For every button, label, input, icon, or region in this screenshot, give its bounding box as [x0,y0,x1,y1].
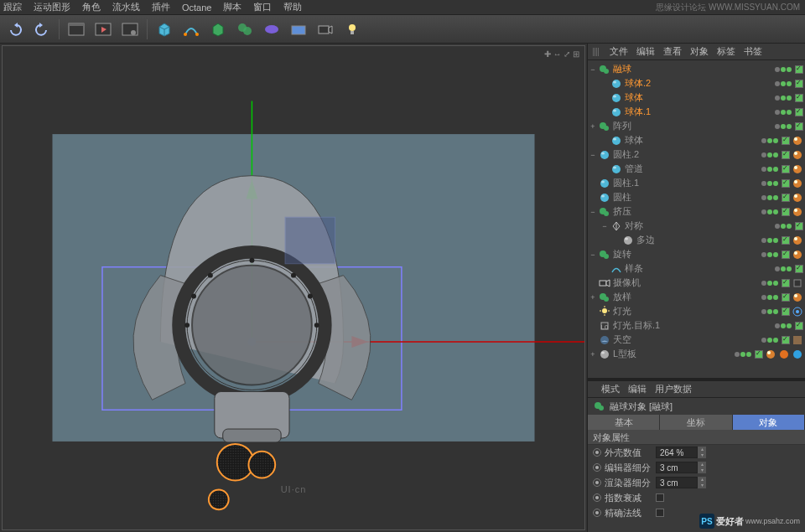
tree-row[interactable]: 灯光 [588,304,805,318]
expand-toggle[interactable]: − [588,251,598,259]
subtab-basic[interactable]: 基本 [588,415,660,430]
spline-pen-button[interactable] [179,18,203,41]
layer-dot[interactable] [775,110,780,115]
visibility-dot-render[interactable] [773,295,778,300]
cube-primitive-button[interactable] [153,18,176,41]
attr-menu-userdata[interactable]: 用户数据 [655,383,692,395]
tree-item-label[interactable]: 球体 [623,134,761,147]
layer-dot[interactable] [775,81,780,86]
visibility-dot-render[interactable] [773,181,778,186]
layer-dot[interactable] [761,181,766,186]
expand-toggle[interactable]: − [588,208,598,216]
visibility-dot-render[interactable] [773,138,778,143]
layer-dot[interactable] [761,252,766,257]
tree-item-label[interactable]: 圆柱.1 [611,177,761,189]
layer-dot[interactable] [761,209,766,214]
menu-item[interactable]: 角色 [82,1,101,13]
tag-phong-icon[interactable] [792,163,803,175]
menu-item[interactable]: 帮助 [283,1,302,13]
tree-item-label[interactable]: 圆柱 [611,191,761,204]
subtab-coord[interactable]: 坐标 [660,415,732,430]
render-frame-button[interactable] [65,18,88,41]
enable-checkbox[interactable] [782,151,790,159]
enable-checkbox[interactable] [782,137,790,145]
enable-checkbox[interactable] [782,307,790,316]
tree-row[interactable]: 球体.1 [588,105,805,119]
tag-phong-icon[interactable] [792,135,803,147]
tree-item-label[interactable]: 放样 [611,291,761,303]
render-region-button[interactable] [91,18,115,41]
visibility-dot-editor[interactable] [781,67,786,72]
visibility-dot-editor[interactable] [781,110,786,115]
expand-toggle[interactable]: + [588,122,598,131]
tree-item-label[interactable]: 球体.1 [623,106,775,118]
layer-dot[interactable] [775,266,780,271]
expand-toggle[interactable]: − [600,222,610,230]
tree-item-label[interactable]: 圆柱.2 [611,148,761,161]
layer-dot[interactable] [761,238,766,243]
light-button[interactable] [340,18,364,41]
om-menu-tags[interactable]: 标签 [717,45,735,58]
tree-row[interactable]: 摄像机 [588,276,805,290]
visibility-dot-editor[interactable] [781,323,786,328]
om-menu-object[interactable]: 对象 [690,45,709,58]
layer-dot[interactable] [775,67,780,72]
layer-dot[interactable] [761,309,766,314]
anim-dot-icon[interactable] [593,478,601,487]
tree-row[interactable]: 圆柱 [588,190,805,204]
visibility-dot-render[interactable] [787,96,792,101]
enable-checkbox[interactable] [755,350,763,359]
object-tree[interactable]: −融球球体.2球体球体.1+阵列球体−圆柱.2管道圆柱.1圆柱−挤压−对称多边−… [588,60,805,378]
render-settings-button[interactable] [118,18,142,41]
menu-item[interactable]: 脚本 [223,1,242,13]
enable-checkbox[interactable] [795,94,803,102]
tree-row[interactable]: −圆柱.2 [588,147,805,162]
om-menu-file[interactable]: 文件 [610,45,628,58]
anim-dot-icon[interactable] [593,463,601,472]
tree-item-label[interactable]: L型板 [611,348,735,360]
om-menu-edit[interactable]: 编辑 [636,45,655,58]
enable-checkbox[interactable] [782,251,790,259]
tree-row[interactable]: −旋转 [588,247,805,261]
anim-dot-icon[interactable] [593,448,601,457]
environment-button[interactable] [287,18,310,41]
enable-checkbox[interactable] [795,108,803,116]
undo-button[interactable] [3,18,27,41]
layer-dot[interactable] [735,352,740,357]
tree-item-label[interactable]: 灯光 [611,305,761,318]
enable-checkbox[interactable] [795,65,803,74]
tree-item-label[interactable]: 球体 [623,91,775,104]
camera-button[interactable] [314,18,337,41]
tree-item-label[interactable]: 球体.2 [623,77,775,90]
tag-orange-icon[interactable] [778,349,790,360]
visibility-dot-editor[interactable] [740,352,745,357]
tag-blue-icon[interactable] [792,349,803,360]
visibility-dot-render[interactable] [773,195,778,200]
field-button[interactable] [260,18,283,41]
enable-checkbox[interactable] [782,236,790,245]
tag-camtag-icon[interactable] [792,277,803,289]
tag-phong-icon[interactable] [765,349,776,360]
attr-menu-edit[interactable]: 编辑 [628,383,647,395]
menu-item[interactable]: 插件 [152,1,170,13]
tag-phong-icon[interactable] [792,192,803,204]
generator-button[interactable] [206,18,230,41]
anim-dot-icon[interactable] [593,493,601,502]
enable-checkbox[interactable] [782,179,790,188]
visibility-dot-render[interactable] [773,238,778,243]
visibility-dot-render[interactable] [773,281,778,286]
visibility-dot-editor[interactable] [767,181,772,186]
redo-button[interactable] [30,18,54,41]
layer-dot[interactable] [761,281,766,286]
tree-row[interactable]: 圆柱.1 [588,176,805,190]
layer-dot[interactable] [761,195,766,200]
visibility-dot-editor[interactable] [767,238,772,243]
deformer-button[interactable] [233,18,257,41]
enable-checkbox[interactable] [782,279,790,287]
tree-row[interactable]: 多边 [588,233,805,247]
enable-checkbox[interactable] [782,165,790,173]
attr-menu-mode[interactable]: 模式 [601,383,620,395]
visibility-dot-render[interactable] [787,266,792,271]
tree-item-label[interactable]: 摄像机 [611,276,761,289]
layer-dot[interactable] [761,167,766,172]
